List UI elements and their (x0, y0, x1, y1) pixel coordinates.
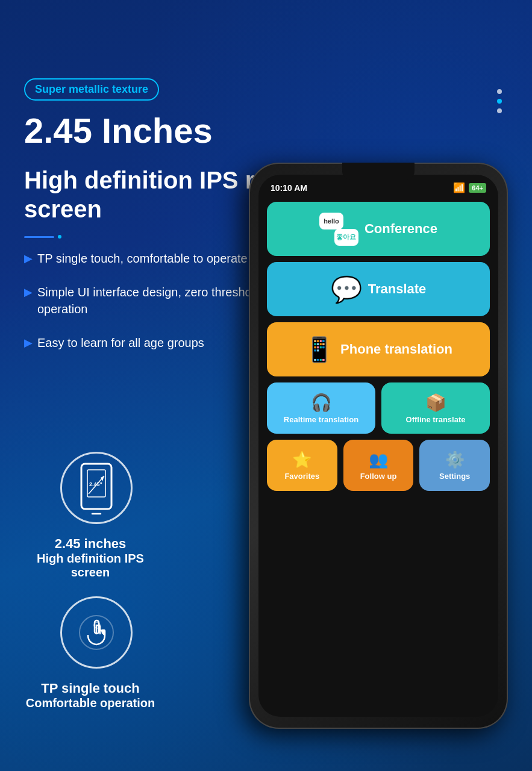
settings-label: Settings (439, 472, 470, 481)
dot-1[interactable] (497, 89, 502, 94)
offline-icon: 📦 (425, 393, 446, 413)
bubble-1: hello (319, 213, 343, 229)
followup-icon: 👥 (369, 451, 388, 469)
phone-notch (342, 163, 415, 179)
separator-line (24, 236, 54, 238)
app-row-4: 🎧 Realtime translation 📦 Offline transla… (267, 382, 490, 434)
main-heading: 2.45 Inches (24, 111, 213, 150)
feature-item-1: ▶ TP single touch, comfortable to operat… (24, 250, 283, 267)
wifi-icon: 📶 (453, 182, 465, 193)
favorites-icon: ⭐ (292, 451, 311, 469)
touch-label-main: TP single touch (24, 681, 157, 696)
feature-text-2: Simple UI interface design, zero thresho… (37, 284, 283, 317)
app-row-3: 📱 Phone translation (267, 322, 490, 376)
battery-icon: 64+ (469, 183, 486, 193)
badge: Super metallic texture (24, 78, 159, 101)
feature-item-3: ▶ Easy to learn for all age groups (24, 334, 283, 351)
touch-label: TP single touch Comfortable operation (24, 681, 157, 710)
status-icons: 📶 64+ (453, 182, 486, 193)
settings-icon: ⚙️ (445, 451, 465, 469)
phone-outer: 10:10 AM 📶 64+ hello 좋아요 (249, 163, 508, 729)
touch-icon (60, 596, 133, 669)
app-row-5: ⭐ Favorites 👥 Follow up ⚙️ Settings (267, 440, 490, 491)
phone-translation-label: Phone translation (340, 342, 452, 357)
dot-2[interactable] (497, 99, 502, 104)
screen-icon-label: 2.45 inches High definition IPS screen (24, 536, 157, 579)
translate-label: Translate (368, 281, 427, 297)
translate-icon: 💬 (331, 275, 362, 304)
app-tile-follow-up[interactable]: 👥 Follow up (343, 440, 414, 491)
dots-navigation[interactable] (497, 89, 502, 113)
app-tile-phone-translation[interactable]: 📱 Phone translation (267, 322, 490, 376)
app-row-2: 💬 Translate (267, 262, 490, 316)
app-grid: hello 좋아요 Conference 💬 Translate (258, 197, 498, 496)
screen-label-sub: High definition IPS screen (24, 552, 157, 579)
status-time: 10:10 AM (271, 183, 307, 193)
touch-label-sub: Comfortable operation (24, 696, 157, 710)
phone-mockup: 10:10 AM 📶 64+ hello 좋아요 (249, 163, 532, 753)
feature-item-2: ▶ Simple UI interface design, zero thres… (24, 284, 283, 317)
offline-label: Offline translate (406, 415, 466, 424)
app-tile-offline[interactable]: 📦 Offline translate (381, 382, 490, 434)
separator (24, 235, 61, 239)
separator-dot (58, 235, 61, 239)
svg-marker-4 (101, 476, 104, 481)
app-row-1: hello 좋아요 Conference (267, 202, 490, 256)
arrow-icon-2: ▶ (24, 286, 33, 299)
favorites-label: Favorites (284, 472, 319, 481)
app-tile-favorites[interactable]: ⭐ Favorites (267, 440, 337, 491)
bubble-2: 좋아요 (334, 229, 358, 246)
followup-label: Follow up (360, 472, 397, 481)
realtime-icon: 🎧 (311, 393, 332, 413)
phone-translation-icon: 📱 (304, 336, 334, 364)
screen-label-main: 2.45 inches (24, 536, 157, 552)
page-wrapper: Super metallic texture 2.45 Inches High … (0, 0, 532, 771)
arrow-icon-1: ▶ (24, 252, 33, 265)
app-tile-conference[interactable]: hello 좋아요 Conference (267, 202, 490, 256)
screen-size-icon: 2.45" (60, 452, 133, 524)
hand-touch-svg (77, 613, 116, 652)
app-tile-settings[interactable]: ⚙️ Settings (419, 440, 490, 491)
conference-icon: hello 좋아요 (319, 213, 358, 246)
dot-3[interactable] (497, 108, 502, 113)
app-tile-realtime[interactable]: 🎧 Realtime translation (267, 382, 375, 434)
phone-screen-svg: 2.45" (75, 461, 117, 515)
svg-text:2.45": 2.45" (89, 481, 102, 487)
features-list: ▶ TP single touch, comfortable to operat… (24, 250, 283, 368)
realtime-label: Realtime translation (284, 415, 358, 424)
conference-label: Conference (365, 221, 437, 237)
feature-text-3: Easy to learn for all age groups (37, 334, 204, 351)
feature-text-1: TP single touch, comfortable to operate (37, 250, 248, 267)
phone-screen: 10:10 AM 📶 64+ hello 좋아요 (258, 175, 498, 717)
app-tile-translate[interactable]: 💬 Translate (267, 262, 490, 316)
arrow-icon-3: ▶ (24, 336, 33, 349)
